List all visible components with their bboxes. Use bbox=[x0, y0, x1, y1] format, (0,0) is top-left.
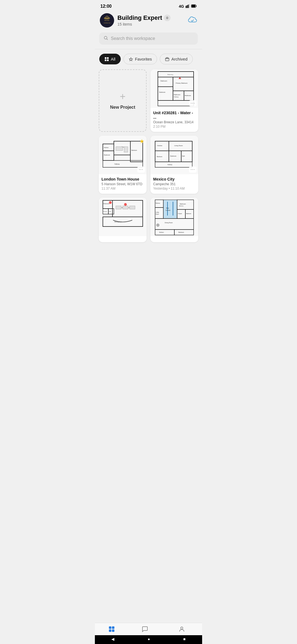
svg-rect-1 bbox=[187, 5, 188, 8]
svg-text:Hallway: Hallway bbox=[174, 96, 179, 98]
svg-rect-40 bbox=[124, 147, 128, 152]
project-address: Ocean Breeze Lane, 33414 bbox=[153, 120, 196, 124]
svg-text:Hallway: Hallway bbox=[114, 163, 120, 165]
search-placeholder-text: Search this workspace bbox=[111, 36, 155, 41]
project-card-london[interactable]: Kitchen Living Room Bedroom Bedroom Hall… bbox=[99, 136, 147, 194]
project-name: Unit #230281 - Water - ... bbox=[153, 111, 196, 119]
battery-icon bbox=[191, 4, 197, 9]
project-info bbox=[150, 236, 198, 242]
status-time: 12:00 bbox=[100, 4, 112, 9]
project-card-office[interactable]: Restrooms Storage Hall Shared Office ! !… bbox=[99, 198, 147, 242]
svg-rect-20 bbox=[158, 72, 194, 77]
status-icons: 4G bbox=[179, 4, 197, 9]
svg-text:Dining Room: Dining Room bbox=[165, 222, 173, 223]
header: PACIFIC REVIVAL CONTRACTING Building Exp… bbox=[95, 10, 202, 31]
project-card-image: Balcony Bathroom Primary Bedroom Bedroom… bbox=[150, 69, 198, 108]
svg-text:Storage: Storage bbox=[103, 211, 107, 212]
svg-text:Bedroom: Bedroom bbox=[131, 149, 137, 151]
svg-text:Living: Living bbox=[156, 212, 159, 213]
workspace-switcher-icon[interactable] bbox=[164, 15, 170, 21]
project-info: Unit #230281 - Water - ... Ocean Breeze … bbox=[150, 108, 198, 132]
svg-text:Corridor: Corridor bbox=[166, 209, 170, 211]
card-more-button[interactable]: ··· bbox=[137, 167, 145, 173]
svg-rect-15 bbox=[107, 57, 109, 59]
svg-rect-19 bbox=[166, 57, 168, 58]
project-name: Mexico City bbox=[153, 177, 196, 181]
svg-text:Living Room: Living Room bbox=[174, 145, 183, 146]
project-name: London Town House bbox=[101, 177, 144, 181]
card-more-button[interactable]: ··· bbox=[189, 100, 197, 106]
project-card-image: Kitchen Living Room Bedroom Bedroom Hall… bbox=[99, 136, 147, 174]
svg-rect-34 bbox=[158, 100, 194, 106]
card-more-button[interactable]: ··· bbox=[189, 167, 197, 173]
search-icon bbox=[104, 36, 108, 41]
tab-all-label: All bbox=[111, 57, 116, 61]
project-info bbox=[99, 236, 147, 242]
project-card-image: Kitchen Living Room Bedroom Bath Bedroom… bbox=[150, 136, 198, 174]
project-card-unit230281[interactable]: Balcony Bathroom Primary Bedroom Bedroom… bbox=[150, 69, 198, 132]
svg-rect-22 bbox=[158, 77, 173, 87]
tab-archived[interactable]: Archived bbox=[160, 54, 193, 64]
project-info: Mexico City Campeche 351 Yesterday • 11:… bbox=[150, 174, 198, 194]
project-grid: + New Project Balcony Bathroom Primary B… bbox=[95, 68, 202, 264]
svg-rect-68 bbox=[123, 206, 128, 209]
svg-rect-91 bbox=[155, 219, 194, 230]
project-card-image: Restrooms Storage Hall Shared Office ! !… bbox=[99, 198, 147, 236]
svg-text:Kitchen: Kitchen bbox=[157, 145, 162, 146]
header-text: Building Expert 15 items bbox=[117, 14, 170, 26]
svg-text:REVIVAL: REVIVAL bbox=[105, 20, 110, 21]
svg-text:Bedroom: Bedroom bbox=[159, 91, 166, 93]
svg-text:Bathroom: Bathroom bbox=[161, 80, 167, 82]
svg-text:Bathroom: Bathroom bbox=[180, 203, 186, 205]
svg-rect-3 bbox=[189, 4, 189, 8]
tab-archived-label: Archived bbox=[171, 57, 187, 61]
project-time: Yesterday • 11:10 AM bbox=[153, 187, 196, 190]
svg-rect-27 bbox=[158, 87, 173, 100]
svg-marker-26 bbox=[178, 77, 181, 79]
svg-rect-81 bbox=[163, 200, 177, 219]
svg-text:Balcony: Balcony bbox=[156, 203, 160, 204]
tab-all[interactable]: All bbox=[99, 54, 121, 64]
svg-text:Hall: Hall bbox=[109, 211, 111, 212]
svg-rect-45 bbox=[103, 160, 143, 167]
svg-rect-29 bbox=[173, 91, 184, 100]
svg-text:Balcony: Balcony bbox=[179, 205, 184, 207]
svg-point-97 bbox=[156, 223, 160, 227]
status-bar: 12:00 4G bbox=[95, 0, 202, 10]
svg-rect-16 bbox=[105, 59, 106, 61]
favorite-star-icon: ★ bbox=[139, 138, 144, 144]
new-project-card[interactable]: + New Project bbox=[99, 69, 147, 132]
svg-text:Bedroom: Bedroom bbox=[170, 155, 177, 157]
svg-text:Kitchen: Kitchen bbox=[104, 147, 109, 148]
svg-rect-2 bbox=[188, 5, 189, 8]
project-card-mexico[interactable]: Kitchen Living Room Bedroom Bath Bedroom… bbox=[150, 136, 198, 194]
svg-rect-69 bbox=[130, 206, 135, 209]
workspace-name-row[interactable]: Building Expert bbox=[117, 14, 170, 21]
project-time: 11:37 AM bbox=[101, 187, 144, 190]
svg-rect-6 bbox=[192, 5, 196, 7]
project-time: 2:10 PM bbox=[153, 125, 196, 129]
svg-rect-39 bbox=[116, 147, 123, 151]
tab-favorites[interactable]: Favorites bbox=[123, 54, 157, 64]
svg-rect-0 bbox=[186, 6, 186, 8]
new-project-label: New Project bbox=[110, 105, 135, 110]
signal-icon bbox=[186, 4, 189, 9]
project-info: London Town House 5 Hanson Street, W1W 6… bbox=[99, 174, 147, 194]
cloud-sync-icon[interactable] bbox=[188, 16, 197, 25]
search-bar[interactable]: Search this workspace bbox=[99, 32, 198, 45]
search-container: Search this workspace bbox=[95, 31, 202, 49]
svg-rect-17 bbox=[107, 59, 109, 61]
svg-text:Hallway: Hallway bbox=[167, 164, 172, 165]
svg-rect-5 bbox=[196, 6, 197, 7]
svg-text:Bedroom: Bedroom bbox=[178, 231, 184, 233]
svg-rect-24 bbox=[173, 77, 194, 91]
svg-rect-57 bbox=[155, 162, 192, 167]
svg-rect-14 bbox=[105, 57, 106, 59]
svg-text:Kitchen: Kitchen bbox=[159, 231, 164, 233]
svg-text:Bath: Bath bbox=[182, 155, 185, 157]
project-card-colored[interactable]: Balcony Living Room Main Corridor Bathro… bbox=[150, 198, 198, 242]
project-address: 5 Hanson Street, W1W 6TD bbox=[101, 182, 144, 186]
svg-text:Room: Room bbox=[156, 214, 159, 215]
svg-rect-93 bbox=[155, 230, 174, 235]
filter-tabs: All Favorites Archived bbox=[95, 49, 202, 68]
